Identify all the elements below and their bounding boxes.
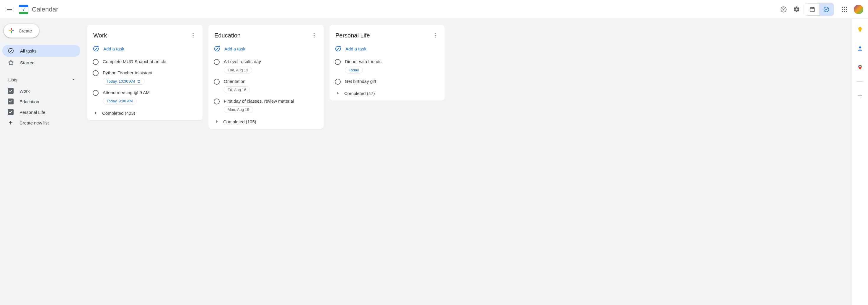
person-icon [857, 45, 863, 51]
help-icon [780, 6, 787, 13]
list-item-education[interactable]: Education [2, 96, 80, 107]
apps-grid-icon [841, 6, 848, 13]
svg-point-28 [435, 35, 435, 36]
task-title: Dinner with friends [345, 58, 439, 65]
settings-button[interactable] [790, 4, 802, 15]
task-title: Complete MUO Snapchat article [103, 58, 197, 65]
sidebar: Create All tasks Starred Lists Work Educ… [0, 19, 83, 305]
list-item-personal[interactable]: Personal Life [2, 107, 80, 117]
svg-rect-31 [859, 31, 861, 32]
google-apps-button[interactable] [838, 4, 850, 15]
pill-text: Today [349, 68, 359, 72]
add-task-label: Add a task [224, 46, 245, 51]
task-row[interactable]: First day of classes, review material Mo… [209, 96, 323, 115]
svg-point-11 [846, 7, 847, 8]
task-date-pill[interactable]: Today, 10:30 AM [103, 78, 145, 84]
tasks-view-button[interactable] [819, 4, 833, 15]
check-circle-icon [823, 6, 830, 13]
hamburger-icon [6, 6, 13, 13]
create-new-list[interactable]: Create new list [2, 117, 80, 128]
create-label: Create [19, 28, 32, 33]
create-button[interactable]: Create [4, 24, 39, 38]
sidebar-all-tasks[interactable]: All tasks [2, 45, 80, 57]
get-addons-button[interactable] [854, 90, 866, 102]
task-complete-toggle[interactable] [214, 79, 220, 84]
calendar-view-button[interactable] [805, 4, 819, 15]
plus-icon [8, 120, 13, 126]
add-task-label: Add a task [103, 46, 124, 51]
pill-text: Today, 10:30 AM [106, 79, 135, 83]
completed-toggle[interactable]: Completed (105) [209, 115, 323, 125]
svg-point-21 [192, 37, 193, 37]
column-menu-button[interactable] [430, 31, 440, 40]
task-date-pill[interactable]: Fri, Aug 16 [224, 87, 250, 93]
task-date-pill[interactable]: Tue, Aug 13 [224, 67, 252, 73]
checkbox-checked-icon[interactable] [8, 99, 13, 104]
svg-point-17 [846, 11, 847, 12]
task-row[interactable]: Attend meeting @ 9 AM Today, 9:00 AM [87, 87, 203, 107]
task-complete-toggle[interactable] [93, 70, 99, 76]
svg-point-10 [844, 7, 845, 8]
maps-button[interactable] [854, 61, 866, 73]
task-row[interactable]: Complete MUO Snapchat article [87, 56, 203, 67]
task-date-pill[interactable]: Today, 9:00 AM [103, 98, 137, 104]
keep-icon [857, 27, 863, 32]
task-row[interactable]: A Level results day Tue, Aug 13 [209, 56, 323, 76]
support-button[interactable] [778, 4, 789, 15]
task-complete-toggle[interactable] [214, 59, 220, 65]
task-date-pill[interactable]: Mon, Aug 19 [224, 106, 253, 113]
checkbox-checked-icon[interactable] [8, 88, 13, 94]
task-complete-toggle[interactable] [214, 99, 220, 104]
pill-text: Today, 9:00 AM [106, 99, 133, 103]
add-task-button[interactable]: Add a task [209, 42, 323, 56]
starred-label: Starred [20, 60, 35, 65]
lists-section-header[interactable]: Lists [2, 74, 80, 86]
add-task-label: Add a task [345, 46, 366, 51]
logo-wrap: 7 Calendar [18, 4, 58, 15]
task-row[interactable]: Dinner with friends Today [330, 56, 445, 76]
task-row[interactable]: Python Teacher Assistant Today, 10:30 AM [87, 67, 203, 87]
svg-point-20 [192, 35, 193, 36]
checkbox-checked-icon[interactable] [8, 109, 13, 115]
task-column: Personal Life Add a task Dinner with fri… [330, 25, 445, 101]
calendar-logo-icon: 7 [18, 4, 30, 15]
list-item-work[interactable]: Work [2, 86, 80, 96]
column-menu-button[interactable] [309, 31, 319, 40]
create-list-label: Create new list [20, 120, 49, 125]
svg-point-23 [314, 33, 314, 34]
task-complete-toggle[interactable] [93, 59, 99, 65]
add-task-icon [214, 45, 220, 52]
svg-point-32 [859, 46, 861, 48]
task-row[interactable]: Get birthday gift [330, 76, 445, 87]
column-menu-button[interactable] [188, 31, 198, 40]
svg-point-14 [846, 9, 847, 10]
task-complete-toggle[interactable] [93, 90, 99, 96]
task-title: First day of classes, review material [224, 98, 318, 104]
check-circle-icon [8, 47, 14, 54]
account-avatar[interactable] [854, 5, 863, 14]
lists-label: Lists [8, 77, 18, 82]
pill-text: Mon, Aug 19 [228, 107, 249, 112]
add-task-button[interactable]: Add a task [330, 42, 445, 56]
contacts-button[interactable] [854, 42, 866, 54]
task-row[interactable]: Orientation Fri, Aug 16 [209, 76, 323, 96]
task-complete-toggle[interactable] [335, 79, 341, 84]
svg-point-29 [435, 37, 435, 37]
plus-multicolor-icon [8, 27, 15, 34]
board-area: Work Add a task Complete MUO Snapchat ar… [83, 19, 851, 305]
task-date-pill[interactable]: Today [345, 67, 363, 73]
keep-button[interactable] [854, 24, 866, 35]
sidebar-starred[interactable]: Starred [2, 57, 80, 68]
view-toggle [805, 3, 834, 15]
svg-point-15 [842, 11, 843, 12]
column-title: Personal Life [335, 32, 370, 39]
task-title: Orientation [224, 78, 318, 84]
add-task-button[interactable]: Add a task [87, 42, 203, 56]
more-vert-icon [432, 32, 438, 38]
completed-toggle[interactable]: Completed (403) [87, 107, 203, 117]
star-icon [8, 59, 14, 66]
main-menu-button[interactable] [2, 2, 17, 16]
pill-text: Fri, Aug 16 [228, 88, 246, 92]
completed-toggle[interactable]: Completed (47) [330, 87, 445, 97]
task-complete-toggle[interactable] [335, 59, 341, 65]
